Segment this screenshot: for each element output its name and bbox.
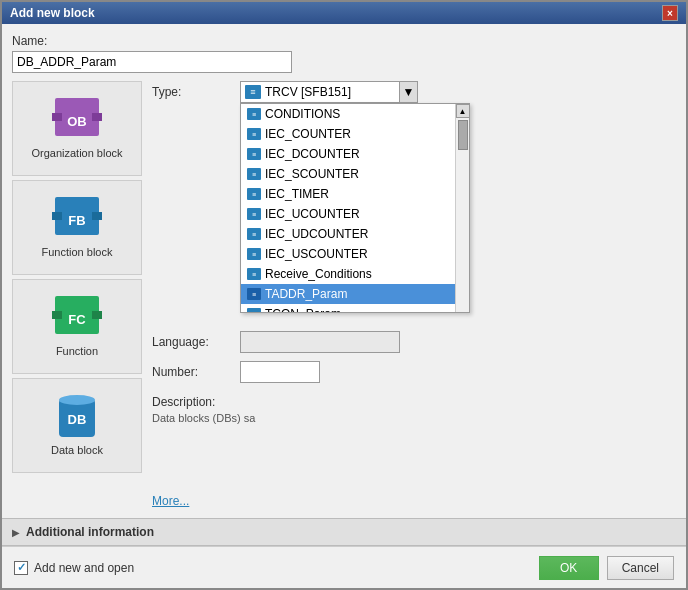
dropdown-item-icon: ≡	[247, 208, 261, 220]
dropdown-item-icon: ≡	[247, 228, 261, 240]
scrollbar-thumb[interactable]	[458, 120, 468, 150]
cancel-button[interactable]: Cancel	[607, 556, 674, 580]
additional-info-bar[interactable]: ▶ Additional information	[2, 518, 686, 546]
name-row: Name:	[12, 34, 676, 73]
fb-label: Function block	[42, 246, 113, 258]
number-row: Number:	[152, 361, 676, 383]
fb-icon-label: FB	[68, 212, 85, 227]
add-open-checkbox[interactable]: ✓	[14, 561, 28, 575]
add-new-block-dialog: Add new block × Name: OB Organiz	[0, 0, 688, 590]
fc-icon-label: FC	[68, 311, 85, 326]
block-item-ob[interactable]: OB Organization block	[12, 81, 142, 176]
block-item-fc[interactable]: FC Function	[12, 279, 142, 374]
description-area: Description: Data blocks (DBs) sa	[152, 395, 676, 424]
bottom-bar: ✓ Add new and open OK Cancel	[2, 546, 686, 588]
description-label: Description:	[152, 395, 232, 409]
right-panel: Type: ≡ TRCV [SFB151] ▼	[152, 81, 676, 508]
dropdown-item-iec-scounter[interactable]: ≡ IEC_SCOUNTER	[241, 164, 469, 184]
fb-icon: FB	[52, 197, 102, 242]
number-input[interactable]	[240, 361, 320, 383]
language-row: Language:	[152, 331, 676, 353]
type-dropdown-btn[interactable]: ≡ TRCV [SFB151]	[240, 81, 400, 103]
dropdown-item-iec-udcounter[interactable]: ≡ IEC_UDCOUNTER	[241, 224, 469, 244]
dropdown-scrollbar: ▲ ▼	[455, 104, 469, 313]
dropdown-item-icon: ≡	[247, 128, 261, 140]
number-label: Number:	[152, 365, 232, 379]
ob-icon-label: OB	[67, 113, 87, 128]
name-label: Name:	[12, 34, 676, 48]
buttons-row: OK Cancel	[539, 556, 674, 580]
db-icon: DB	[52, 395, 102, 440]
scrollbar-up-button[interactable]: ▲	[456, 104, 470, 118]
dropdown-item-icon: ≡	[247, 108, 261, 120]
dropdown-item-iec-dcounter[interactable]: ≡ IEC_DCOUNTER	[241, 144, 469, 164]
dialog-body: Name: OB Organization block	[2, 24, 686, 518]
main-content: OB Organization block FB Function block	[12, 81, 676, 508]
language-input	[240, 331, 400, 353]
dropdown-item-taddr-param[interactable]: ≡ TADDR_Param	[241, 284, 469, 304]
type-label: Type:	[152, 85, 232, 99]
checkbox-row: ✓ Add new and open	[14, 561, 134, 575]
dropdown-item-icon: ≡	[247, 268, 261, 280]
fc-icon: FC	[52, 296, 102, 341]
type-value: TRCV [SFB151]	[265, 85, 351, 99]
dropdown-item-icon: ≡	[247, 288, 261, 300]
type-dropdown-list: ≡ CONDITIONS ≡ IEC_COUNTER ≡ IEC_DCOUNTE…	[240, 103, 470, 313]
ok-button[interactable]: OK	[539, 556, 599, 580]
block-item-fb[interactable]: FB Function block	[12, 180, 142, 275]
dropdown-item-icon: ≡	[247, 148, 261, 160]
dropdown-item-icon: ≡	[247, 188, 261, 200]
type-dropdown-arrow[interactable]: ▼	[400, 81, 418, 103]
dropdown-item-icon: ≡	[247, 308, 261, 313]
type-dropdown-wrapper: ≡ TRCV [SFB151] ▼ ≡ CONDITIONS	[240, 81, 418, 103]
expand-arrow: ▶	[12, 527, 20, 538]
type-icon: ≡	[245, 85, 261, 99]
dropdown-item-receive-conditions[interactable]: ≡ Receive_Conditions	[241, 264, 469, 284]
dropdown-item-conditions[interactable]: ≡ CONDITIONS	[241, 104, 469, 124]
dropdown-item-iec-uscounter[interactable]: ≡ IEC_USCOUNTER	[241, 244, 469, 264]
dialog-title: Add new block	[10, 6, 95, 20]
add-open-label: Add new and open	[34, 561, 134, 575]
left-panel: OB Organization block FB Function block	[12, 81, 142, 508]
ob-label: Organization block	[31, 147, 122, 159]
dropdown-item-iec-counter[interactable]: ≡ IEC_COUNTER	[241, 124, 469, 144]
additional-info-label: Additional information	[26, 525, 154, 539]
db-icon-label: DB	[68, 412, 87, 427]
dropdown-item-iec-timer[interactable]: ≡ IEC_TIMER	[241, 184, 469, 204]
title-bar: Add new block ×	[2, 2, 686, 24]
ob-icon: OB	[52, 98, 102, 143]
dropdown-item-iec-ucounter[interactable]: ≡ IEC_UCOUNTER	[241, 204, 469, 224]
description-text: Data blocks (DBs) sa	[152, 412, 676, 424]
dropdown-item-tcon-param[interactable]: ≡ TCON_Param	[241, 304, 469, 313]
type-row: Type: ≡ TRCV [SFB151] ▼	[152, 81, 676, 103]
more-link[interactable]: More...	[152, 494, 676, 508]
name-input[interactable]	[12, 51, 292, 73]
db-label: Data block	[51, 444, 103, 456]
dropdown-item-icon: ≡	[247, 248, 261, 260]
language-label: Language:	[152, 335, 232, 349]
dropdown-item-icon: ≡	[247, 168, 261, 180]
fc-label: Function	[56, 345, 98, 357]
block-item-db[interactable]: DB Data block	[12, 378, 142, 473]
close-button[interactable]: ×	[662, 5, 678, 21]
